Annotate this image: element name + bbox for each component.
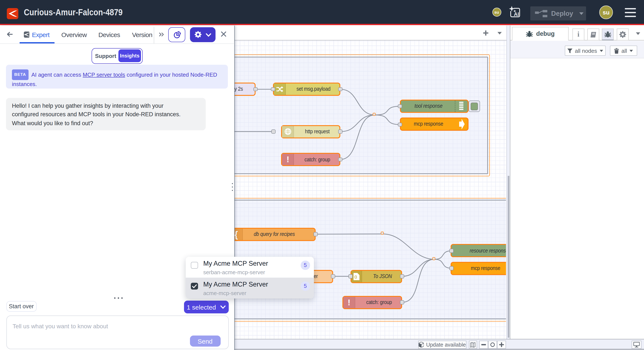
svg-text:{}: {}	[354, 275, 357, 278]
svg-text:AI: AI	[514, 11, 519, 17]
